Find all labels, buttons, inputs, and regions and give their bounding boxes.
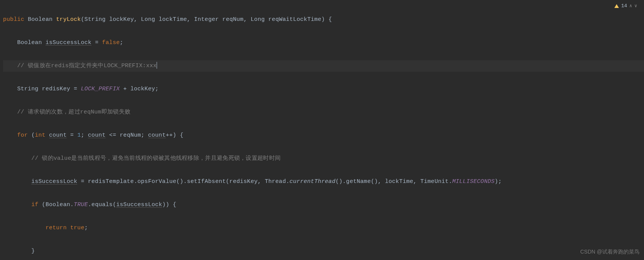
problems-badge[interactable]: 14 ∧ ∨ [614, 3, 637, 9]
code-line: String redisKey = LOCK_PREFIX + lockKey; [3, 84, 644, 95]
warning-icon [614, 4, 619, 8]
chevron-up-icon: ∧ [630, 3, 632, 9]
code-line: Boolean isSuccessLock = false; [3, 37, 644, 49]
code-line: for (int count = 1; count <= reqNum; cou… [3, 130, 644, 142]
code-line-active: // 锁值放在redis指定文件夹中LOCK_PREFIX:xxx [3, 60, 644, 72]
text-cursor [157, 62, 157, 69]
code-line: public Boolean tryLock(String lockKey, L… [3, 14, 644, 26]
code-line: // 请求锁的次数，超过reqNum即加锁失败 [3, 107, 644, 118]
watermark-text: CSDN @试着奔跑的菜鸟 [580, 249, 639, 255]
warning-count: 14 [621, 3, 627, 9]
chevron-down-icon: ∨ [634, 3, 637, 9]
code-editor[interactable]: public Boolean tryLock(String lockKey, L… [0, 0, 644, 260]
code-line: if (Boolean.TRUE.equals(isSuccessLock)) … [3, 199, 644, 211]
code-line: return true; [3, 222, 644, 234]
code-line: // 锁的value是当前线程号，避免当前线程的锁被其他线程移除，并且避免死锁，… [3, 153, 644, 165]
code-line: } [3, 246, 644, 257]
code-line: isSuccessLock = redisTemplate.opsForValu… [3, 176, 644, 188]
